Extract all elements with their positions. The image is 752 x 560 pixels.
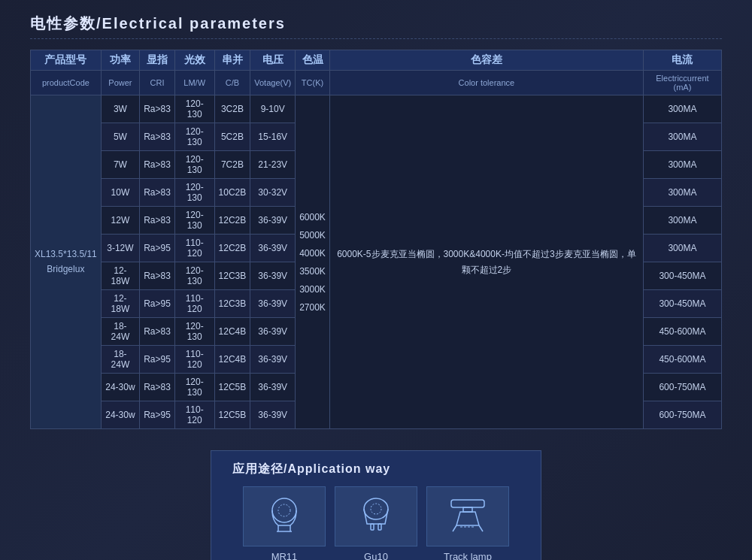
cell-cri: Ra>95	[140, 235, 175, 262]
col-header-zh-1: 功率	[101, 50, 139, 71]
cell-cb: 12C4B	[214, 346, 250, 374]
cell-power: 5W	[101, 123, 139, 151]
table-body: XL13.5*13.5/11 Bridgelux3WRa>83120-1303C…	[31, 95, 722, 429]
mr11-icon	[262, 494, 307, 539]
cell-cb: 12C5B	[214, 374, 250, 401]
cell-voltage: 36-39V	[250, 235, 296, 262]
svg-rect-10	[463, 507, 472, 512]
cell-power: 12-18W	[101, 262, 139, 290]
cell-current: 300MA	[643, 123, 721, 151]
col-header-zh-0: 产品型号	[31, 50, 102, 71]
cell-cri: Ra>83	[140, 123, 175, 151]
cell-power: 24-30w	[101, 401, 139, 429]
app-box: 应用途径/Application way	[211, 450, 541, 560]
params-table: 产品型号 功率 显指 光效 串并 电压 色温 色容差 电流 productCod…	[30, 50, 722, 429]
col-header-zh-4: 串并	[214, 50, 250, 71]
app-item-mr11: MR11	[243, 486, 326, 560]
cell-power: 18-24W	[101, 318, 139, 346]
table-row: XL13.5*13.5/11 Bridgelux3WRa>83120-1303C…	[31, 95, 722, 123]
cell-power: 12-18W	[101, 290, 139, 318]
cell-current: 600-750MA	[643, 401, 721, 429]
cell-cb: 10C2B	[214, 179, 250, 207]
col-header-en-3: LM/W	[174, 71, 214, 95]
cell-cri: Ra>83	[140, 374, 175, 401]
cell-cri: Ra>83	[140, 262, 175, 290]
cell-power: 12W	[101, 207, 139, 235]
svg-line-12	[479, 525, 483, 531]
divider	[30, 38, 722, 39]
col-header-zh-5: 电压	[250, 50, 296, 71]
cell-lmw: 110-120	[174, 290, 214, 318]
app-icon-box-track	[426, 486, 509, 546]
cell-lmw: 110-120	[174, 401, 214, 429]
col-header-zh-8: 电流	[643, 50, 721, 71]
color-temp-cell: 6000K 5000K 4000K 3500K 3000K 2700K	[296, 95, 330, 429]
cell-voltage: 36-39V	[250, 346, 296, 374]
gu10-icon	[353, 494, 399, 539]
cell-power: 24-30w	[101, 374, 139, 401]
cell-power: 3-12W	[101, 235, 139, 262]
cell-lmw: 120-130	[174, 95, 214, 123]
col-header-zh-6: 色温	[296, 50, 330, 71]
cell-current: 450-600MA	[643, 346, 721, 374]
cell-cri: Ra>95	[140, 346, 175, 374]
cell-current: 300-450MA	[643, 290, 721, 318]
section-title: 电性参数/Electrical parameters	[30, 14, 722, 34]
cell-cb: 12C4B	[214, 318, 250, 346]
cell-cb: 12C2B	[214, 207, 250, 235]
svg-point-4	[278, 504, 290, 516]
cell-cri: Ra>83	[140, 179, 175, 207]
cell-cb: 7C2B	[214, 151, 250, 179]
col-header-en-1: Power	[101, 71, 139, 95]
cell-power: 18-24W	[101, 346, 139, 374]
cell-cri: Ra>83	[140, 318, 175, 346]
col-header-en-2: CRI	[140, 71, 175, 95]
col-header-zh-2: 显指	[140, 50, 175, 71]
col-header-en-0: productCode	[31, 71, 102, 95]
cell-current: 450-600MA	[643, 318, 721, 346]
cell-power: 10W	[101, 179, 139, 207]
cell-cb: 3C2B	[214, 95, 250, 123]
col-header-en-4: C/B	[214, 71, 250, 95]
cell-current: 300MA	[643, 207, 721, 235]
cell-voltage: 21-23V	[250, 151, 296, 179]
app-title: 应用途径/Application way	[232, 462, 520, 477]
cell-cri: Ra>83	[140, 207, 175, 235]
svg-point-8	[371, 504, 381, 514]
track-lamp-icon	[445, 494, 490, 539]
col-header-en-8: Electriccurrent (mA)	[643, 71, 721, 95]
cell-lmw: 120-130	[174, 151, 214, 179]
app-label-mr11: MR11	[271, 551, 298, 560]
cell-current: 300MA	[643, 95, 721, 123]
cell-cri: Ra>83	[140, 151, 175, 179]
cell-cb: 12C2B	[214, 235, 250, 262]
svg-rect-6	[371, 524, 374, 530]
cell-cb: 12C3B	[214, 262, 250, 290]
cell-lmw: 120-130	[174, 374, 214, 401]
cell-current: 300-450MA	[643, 262, 721, 290]
app-item-gu10: Gu10	[335, 486, 417, 560]
app-icon-box-gu10	[335, 486, 417, 546]
cell-cri: Ra>95	[140, 290, 175, 318]
app-label-gu10: Gu10	[364, 551, 388, 560]
cell-voltage: 36-39V	[250, 262, 296, 290]
cell-lmw: 120-130	[174, 123, 214, 151]
svg-rect-7	[378, 524, 381, 530]
cell-current: 300MA	[643, 179, 721, 207]
col-header-en-7: Color tolerance	[329, 71, 643, 95]
cell-lmw: 120-130	[174, 318, 214, 346]
header-row-zh: 产品型号 功率 显指 光效 串并 电压 色温 色容差 电流	[31, 50, 722, 71]
app-item-track: Track lamp	[426, 486, 509, 560]
app-label-track: Track lamp	[444, 551, 492, 560]
product-code-cell: XL13.5*13.5/11 Bridgelux	[31, 95, 102, 429]
header-row-en: productCode Power CRI LM/W C/B Votage(V)…	[31, 71, 722, 95]
cell-cb: 12C5B	[214, 401, 250, 429]
col-header-zh-7: 色容差	[329, 50, 643, 71]
cell-lmw: 120-130	[174, 262, 214, 290]
cell-power: 3W	[101, 95, 139, 123]
cell-lmw: 120-130	[174, 207, 214, 235]
col-header-zh-3: 光效	[174, 50, 214, 71]
col-header-en-6: TC(K)	[296, 71, 330, 95]
color-tolerance-cell: 6000K-5步麦克亚当椭圆，3000K&4000K-均值不超过3步麦克亚当椭圆…	[329, 95, 643, 429]
cell-power: 7W	[101, 151, 139, 179]
